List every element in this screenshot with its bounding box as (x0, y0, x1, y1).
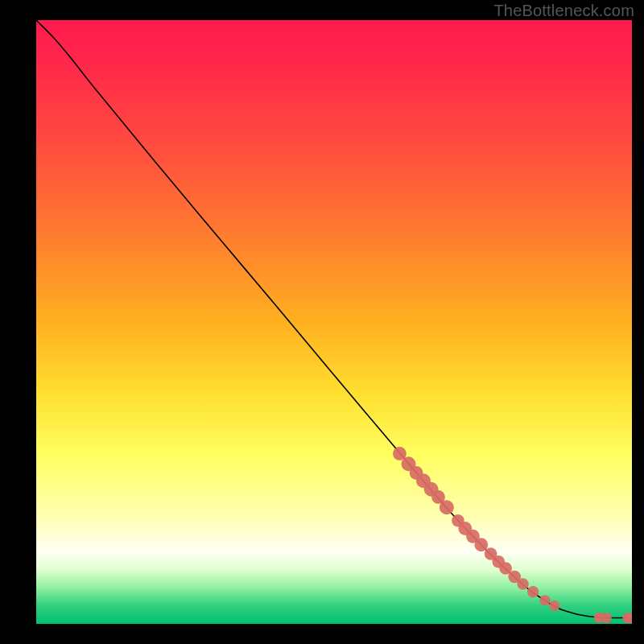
data-dot (517, 578, 528, 589)
data-dot (440, 500, 454, 514)
data-dot (601, 613, 612, 623)
watermark-text: TheBottleneck.com (493, 2, 634, 20)
chart-svg (36, 20, 632, 624)
plot-area (36, 20, 632, 624)
data-dot (474, 538, 488, 551)
chart-frame: TheBottleneck.com (0, 0, 644, 644)
data-dot (527, 586, 539, 597)
gradient-background (36, 20, 632, 624)
data-dot (549, 601, 559, 611)
data-dot (539, 595, 550, 605)
